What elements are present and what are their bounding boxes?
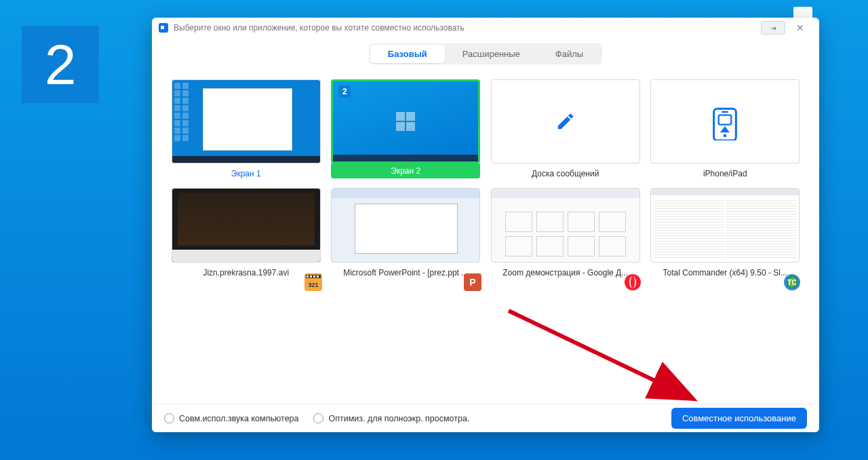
tile-whiteboard[interactable]: Доска сообщений	[491, 79, 640, 178]
tab-basic[interactable]: Базовый	[370, 45, 445, 63]
svg-marker-2	[720, 126, 730, 132]
svg-rect-1	[719, 115, 732, 125]
screen-2-thumbnail: 2	[331, 79, 480, 164]
zoom-app-icon	[159, 23, 168, 33]
tab-files[interactable]: Файлы	[538, 45, 601, 63]
whiteboard-thumbnail	[491, 79, 640, 164]
svg-rect-7	[307, 275, 309, 277]
totalcmd-thumbnail	[650, 188, 800, 263]
opera-icon	[624, 273, 642, 291]
dialog-footer: Совм.испол.звука компьютера Оптимиз. для…	[152, 404, 819, 432]
checkbox-share-audio[interactable]: Совм.испол.звука компьютера	[164, 413, 298, 423]
tabs-row: Базовый Расширенные Файлы	[152, 38, 819, 67]
screen-1-thumbnail	[172, 79, 321, 164]
dialog-titlebar: Выберите окно или приложение, которое вы…	[152, 18, 819, 38]
checkbox-optimize-video[interactable]: Оптимиз. для полноэкр. просмотра.	[313, 413, 469, 423]
windows-logo-icon	[396, 112, 415, 131]
step-number-badge: 2	[22, 26, 99, 103]
totalcmd-icon: TC	[783, 273, 801, 291]
whiteboard-label: Доска сообщений	[532, 169, 599, 178]
svg-rect-10	[317, 275, 319, 277]
checkbox-icon	[313, 413, 323, 423]
tile-app-totalcmd[interactable]: TC Total Commander (x64) 9.50 - Sl...	[650, 188, 800, 277]
tile-screen-2[interactable]: 2 Экран 2	[331, 79, 481, 178]
svg-point-16	[631, 276, 635, 288]
pin-button[interactable]: ⇥	[761, 21, 785, 35]
iphone-label: iPhone/iPad	[703, 169, 747, 178]
screen-2-label: Экран 2	[331, 164, 480, 178]
iphone-thumbnail	[650, 79, 800, 164]
svg-point-3	[724, 134, 727, 138]
screen-1-label: Экран 1	[231, 169, 261, 178]
dialog-title: Выберите окно или приложение, которое вы…	[174, 23, 465, 33]
close-button[interactable]: ✕	[788, 21, 812, 35]
svg-rect-9	[313, 275, 315, 277]
ppt-app-label: Microsoft PowerPoint - [prez.ppt ...	[343, 268, 468, 277]
video-app-label: Jizn.prekrasna.1997.avi	[203, 268, 289, 277]
share-options-grid: Экран 1 2 Экран 2 Доска сообщений	[152, 67, 819, 277]
pencil-icon	[555, 111, 576, 132]
tab-advanced[interactable]: Расширенные	[445, 45, 538, 63]
powerpoint-icon: P	[464, 273, 481, 291]
tile-app-powerpoint[interactable]: P Microsoft PowerPoint - [prez.ppt ...	[331, 188, 480, 277]
video-app-thumbnail	[172, 188, 321, 263]
screen-2-badge: 2	[338, 85, 351, 98]
airplay-icon	[706, 102, 744, 140]
tile-screen-1[interactable]: Экран 1	[172, 79, 321, 178]
share-screen-dialog: Выберите окно или приложение, которое вы…	[152, 18, 819, 432]
totalcmd-label: Total Commander (x64) 9.50 - Sl...	[663, 268, 787, 277]
opera-app-thumbnail	[491, 188, 640, 263]
optimize-label: Оптимиз. для полноэкр. просмотра.	[328, 414, 469, 423]
share-audio-label: Совм.испол.звука компьютера	[179, 414, 298, 423]
checkbox-icon	[164, 413, 174, 423]
tile-app-video[interactable]: 321 Jizn.prekrasna.1997.avi	[172, 188, 321, 277]
share-button[interactable]: Совместное использование	[671, 408, 807, 429]
ppt-app-thumbnail	[331, 188, 480, 263]
svg-text:321: 321	[308, 282, 318, 288]
svg-text:P: P	[470, 277, 476, 288]
svg-text:TC: TC	[788, 279, 797, 286]
tile-app-opera[interactable]: Zoom демонстрация - Google Д...	[491, 188, 640, 277]
mpc-icon: 321	[304, 273, 322, 291]
opera-app-label: Zoom демонстрация - Google Д...	[502, 268, 628, 277]
tile-iphone-ipad[interactable]: iPhone/iPad	[650, 79, 800, 178]
svg-rect-8	[310, 275, 312, 277]
